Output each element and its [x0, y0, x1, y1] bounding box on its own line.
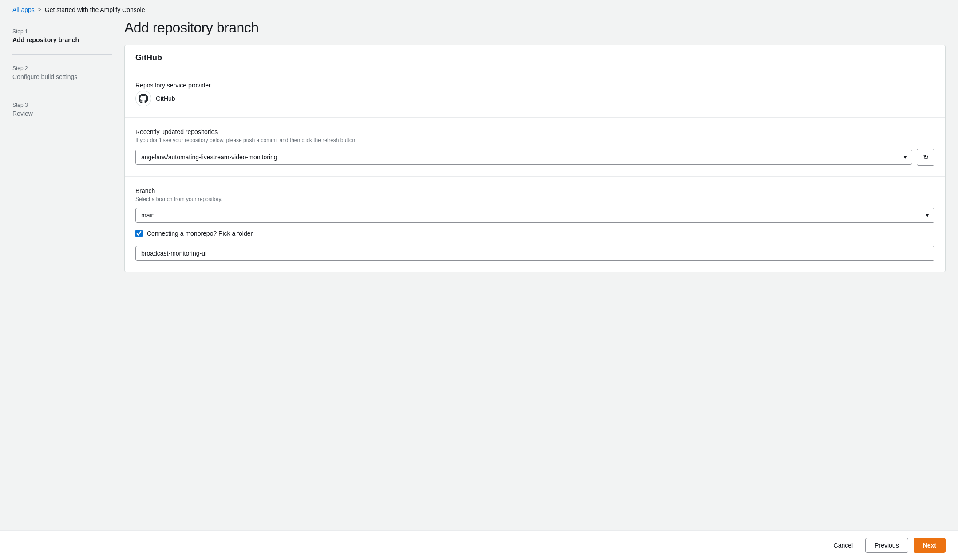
github-svg: [139, 94, 148, 103]
folder-input[interactable]: [135, 246, 934, 261]
step-1-label: Step 1: [12, 28, 112, 35]
github-logo-icon: [135, 91, 151, 106]
page-title: Add repository branch: [124, 20, 946, 36]
monorepo-checkbox-row: Connecting a monorepo? Pick a folder.: [135, 230, 934, 237]
breadcrumb-separator: >: [38, 7, 41, 13]
repository-sublabel: If you don't see your repository below, …: [135, 137, 934, 143]
previous-button[interactable]: Previous: [865, 538, 908, 553]
refresh-button[interactable]: ↻: [917, 149, 934, 166]
sidebar-step-3: Step 3 Review: [12, 102, 112, 128]
footer: Cancel Previous Next: [0, 530, 958, 560]
card-header-title: GitHub: [135, 53, 934, 63]
branch-select[interactable]: main: [135, 208, 934, 223]
provider-label: Repository service provider: [135, 82, 934, 89]
next-button[interactable]: Next: [914, 538, 946, 553]
branch-sublabel: Select a branch from your repository.: [135, 196, 934, 202]
sidebar-step-1: Step 1 Add repository branch: [12, 28, 112, 55]
repository-select-wrapper: angelarw/automating-livestream-video-mon…: [135, 150, 912, 165]
breadcrumb: All apps > Get started with the Amplify …: [0, 0, 958, 20]
provider-row: GitHub: [135, 91, 934, 106]
folder-input-section: [135, 246, 934, 261]
repository-section: Recently updated repositories If you don…: [125, 118, 945, 177]
sidebar-step-2: Step 2 Configure build settings: [12, 65, 112, 91]
step-1-title: Add repository branch: [12, 36, 112, 43]
card-header: GitHub: [125, 45, 945, 71]
refresh-icon: ↻: [923, 153, 929, 162]
cancel-button[interactable]: Cancel: [827, 538, 860, 552]
step-2-label: Step 2: [12, 65, 112, 71]
branch-label: Branch: [135, 187, 934, 194]
branch-select-wrapper: main ▼: [135, 208, 934, 223]
sidebar: Step 1 Add repository branch Step 2 Conf…: [0, 20, 124, 558]
monorepo-label: Connecting a monorepo? Pick a folder.: [147, 230, 254, 237]
monorepo-checkbox[interactable]: [135, 230, 143, 237]
breadcrumb-all-apps[interactable]: All apps: [12, 6, 35, 13]
step-3-title: Review: [12, 110, 112, 117]
step-2-title: Configure build settings: [12, 73, 112, 80]
repo-select-row: angelarw/automating-livestream-video-mon…: [135, 149, 934, 166]
breadcrumb-current-page: Get started with the Amplify Console: [45, 6, 145, 13]
main-card: GitHub Repository service provider GitHu…: [124, 45, 946, 272]
provider-name: GitHub: [156, 95, 175, 102]
repository-select[interactable]: angelarw/automating-livestream-video-mon…: [135, 150, 912, 165]
provider-section: Repository service provider GitHub: [125, 71, 945, 118]
repository-label: Recently updated repositories: [135, 128, 934, 135]
step-3-label: Step 3: [12, 102, 112, 108]
branch-section: Branch Select a branch from your reposit…: [125, 177, 945, 272]
main-content: Add repository branch GitHub Repository …: [124, 20, 958, 558]
